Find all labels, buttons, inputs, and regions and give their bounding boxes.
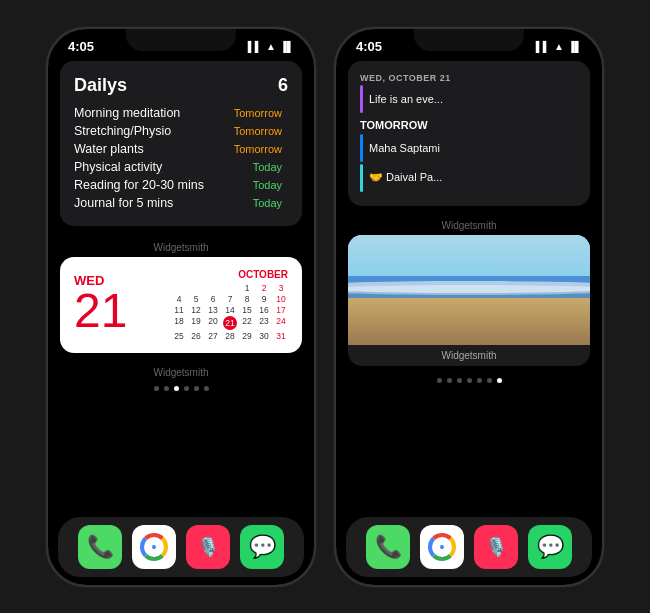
cal-grid-rows: 1 2 3 4 5 6 7 8 9 10: [139, 283, 288, 341]
cal-row-3: 18 19 20 21 22 23 24: [139, 316, 288, 330]
cal-row-4: 25 26 27 28 29 30 31: [139, 331, 288, 341]
rdot-2: [457, 378, 462, 383]
status-icons-left: ▌▌ ▲ ▐▌: [248, 41, 294, 52]
widgetsmith-label-2: Widgetsmith: [60, 367, 302, 378]
task-badge-2: Tomorrow: [228, 142, 288, 156]
widgetsmith-label-1: Widgetsmith: [60, 242, 302, 253]
phone-app-icon[interactable]: 📞: [78, 525, 122, 569]
dock-right: 📞 🎙️ 💬: [346, 517, 592, 577]
event-dot-purple: [360, 85, 363, 113]
cal-grid: OCTOBER 1 2 3 4 5: [139, 269, 288, 341]
screen-content-left: Dailys 6 Morning meditation Tomorrow Str…: [48, 61, 314, 513]
chrome-icon-r[interactable]: [420, 525, 464, 569]
dot-3: [184, 386, 189, 391]
whatsapp-icon-r[interactable]: 💬: [528, 525, 572, 569]
task-name-5: Journal for 5 mins: [74, 196, 173, 210]
status-time-right: 4:05: [356, 39, 382, 54]
cal-day-section: WED 21: [74, 274, 127, 335]
tomorrow-label: TOMORROW: [360, 119, 578, 131]
rdot-1: [447, 378, 452, 383]
task-badge-5: Today: [247, 196, 288, 210]
cal-row-2: 11 12 13 14 15 16 17: [139, 305, 288, 315]
task-badge-0: Tomorrow: [228, 106, 288, 120]
dot-2-active: [174, 386, 179, 391]
cal-info-event-1: 🤝 Daival Pa...: [360, 164, 578, 192]
right-phone: 4:05 ▌▌ ▲ ▐▌ WED, OCTOBER 21 Life is an …: [334, 27, 604, 587]
rdot-6-active: [497, 378, 502, 383]
podcast-icon-r[interactable]: 🎙️: [474, 525, 518, 569]
dot-4: [194, 386, 199, 391]
chrome-icon[interactable]: [132, 525, 176, 569]
signal-icon-r: ▌▌: [536, 41, 550, 52]
task-row-3: Physical activity Today: [74, 158, 288, 176]
dailys-count: 6: [278, 75, 288, 96]
page-dots-left: [60, 382, 302, 395]
task-name-3: Physical activity: [74, 160, 162, 174]
task-name-2: Water plants: [74, 142, 144, 156]
wave-2: [348, 285, 590, 295]
signal-icon: ▌▌: [248, 41, 262, 52]
whatsapp-icon[interactable]: 💬: [240, 525, 284, 569]
wifi-icon: ▲: [266, 41, 276, 52]
task-badge-1: Tomorrow: [228, 124, 288, 138]
task-name-0: Morning meditation: [74, 106, 180, 120]
wifi-icon-r: ▲: [554, 41, 564, 52]
dot-5: [204, 386, 209, 391]
page-dots-right: [348, 374, 590, 387]
task-name-1: Stretching/Physio: [74, 124, 171, 138]
cal-day-num: 21: [74, 287, 127, 335]
event-dot-blue: [360, 134, 363, 162]
phone-app-icon-r[interactable]: 📞: [366, 525, 410, 569]
dot-0: [154, 386, 159, 391]
calendar-info-widget: WED, OCTOBER 21 Life is an eve... TOMORR…: [348, 61, 590, 206]
cal-info-date: WED, OCTOBER 21: [360, 73, 578, 83]
cal-row-1: 4 5 6 7 8 9 10: [139, 294, 288, 304]
phones-container: 4:05 ▌▌ ▲ ▐▌ Dailys 6 Morning meditation: [36, 17, 614, 597]
event-dot-cyan: [360, 164, 363, 192]
notch: [126, 29, 236, 51]
status-icons-right: ▌▌ ▲ ▐▌: [536, 41, 582, 52]
left-phone: 4:05 ▌▌ ▲ ▐▌ Dailys 6 Morning meditation: [46, 27, 316, 587]
podcast-icon[interactable]: 🎙️: [186, 525, 230, 569]
cal-row-0: 1 2 3: [139, 283, 288, 293]
task-row-1: Stretching/Physio Tomorrow: [74, 122, 288, 140]
dot-1: [164, 386, 169, 391]
dock-left: 📞 🎙️ 💬: [58, 517, 304, 577]
task-badge-4: Today: [247, 178, 288, 192]
tomorrow-event-1: 🤝 Daival Pa...: [369, 171, 442, 184]
task-badge-3: Today: [247, 160, 288, 174]
task-row-2: Water plants Tomorrow: [74, 140, 288, 158]
rdot-5: [487, 378, 492, 383]
rdot-4: [477, 378, 482, 383]
photo-widget: Widgetsmith: [348, 235, 590, 366]
widgetsmith-label-right-1: Widgetsmith: [348, 220, 590, 231]
dailys-title: Dailys: [74, 75, 127, 96]
photo-label: Widgetsmith: [348, 345, 590, 366]
notch-right: [414, 29, 524, 51]
dailys-widget: Dailys 6 Morning meditation Tomorrow Str…: [60, 61, 302, 226]
event-line-text: Life is an eve...: [369, 93, 443, 105]
photo-placeholder: [348, 235, 590, 345]
calendar-widget: WED 21 OCTOBER 1 2 3: [60, 257, 302, 353]
status-time-left: 4:05: [68, 39, 94, 54]
task-name-4: Reading for 20-30 mins: [74, 178, 204, 192]
rdot-3: [467, 378, 472, 383]
dailys-header: Dailys 6: [74, 75, 288, 96]
task-row-0: Morning meditation Tomorrow: [74, 104, 288, 122]
cal-info-event-main: Life is an eve...: [360, 85, 578, 113]
event-main-text: Life is an eve...: [369, 93, 443, 105]
sand: [348, 298, 590, 344]
tomorrow-event-0: Maha Saptami: [369, 142, 440, 154]
battery-icon: ▐▌: [280, 41, 294, 52]
cal-info-event-0: Maha Saptami: [360, 134, 578, 162]
task-row-4: Reading for 20-30 mins Today: [74, 176, 288, 194]
battery-icon-r: ▐▌: [568, 41, 582, 52]
task-row-5: Journal for 5 mins Today: [74, 194, 288, 212]
rdot-0: [437, 378, 442, 383]
cal-month-title: OCTOBER: [139, 269, 288, 280]
screen-content-right: WED, OCTOBER 21 Life is an eve... TOMORR…: [336, 61, 602, 513]
